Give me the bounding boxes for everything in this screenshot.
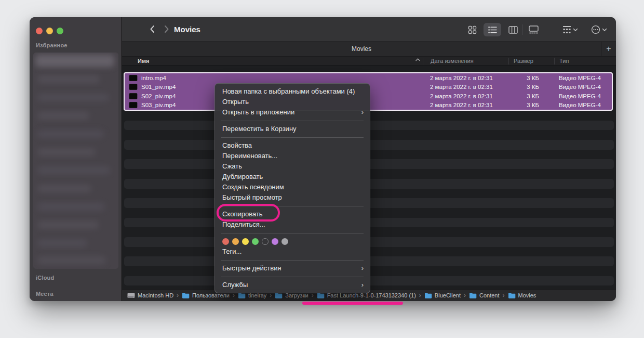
list-view-button[interactable]: [484, 23, 501, 36]
video-file-icon: [129, 93, 137, 99]
minimize-button[interactable]: [46, 28, 53, 34]
file-size: 3 КБ: [504, 84, 539, 90]
breadcrumb-label: Content: [479, 292, 500, 298]
menu-item-tags[interactable]: Теги...: [215, 246, 370, 257]
breadcrumb-separator: ›: [419, 292, 421, 298]
grid-view-icon: [468, 25, 477, 34]
list-view-icon: [488, 26, 497, 34]
more-actions-button[interactable]: [587, 23, 611, 36]
menu-item-label: Службы: [222, 281, 248, 289]
file-date: 2 марта 2022 г. в 02:31: [430, 75, 493, 81]
breadcrumb-separator: ›: [464, 292, 466, 298]
tag-color-row: [215, 236, 370, 246]
breadcrumb-macintosh-hd[interactable]: Macintosh HD: [127, 292, 173, 298]
submenu-arrow-icon: ›: [361, 107, 364, 118]
menu-item-move-to-trash[interactable]: Переместить в Корзину: [215, 124, 370, 134]
column-header-name[interactable]: Имя: [138, 58, 149, 64]
chevron-down-icon: [573, 28, 578, 32]
close-button[interactable]: [36, 28, 43, 34]
file-size: 3 КБ: [504, 102, 539, 108]
file-date: 2 марта 2022 г. в 02:31: [430, 93, 493, 99]
menu-divider: [221, 137, 364, 138]
menu-divider: [221, 260, 364, 261]
video-file-icon: [129, 84, 137, 90]
menu-item-open[interactable]: Открыть: [215, 97, 370, 107]
file-name: S03_piv.mp4: [141, 102, 176, 108]
file-type: Видео MPEG-4: [559, 75, 601, 81]
file-date: 2 марта 2022 г. в 02:31: [430, 102, 493, 108]
menu-divider: [221, 277, 364, 277]
breadcrumb-content[interactable]: Content: [469, 292, 500, 298]
tag-dot[interactable]: [232, 238, 239, 245]
column-header-row: Имя Дата изменения Размер Тип: [122, 57, 616, 66]
file-name: intro.mp4: [141, 75, 166, 81]
menu-item-compress[interactable]: Сжать: [215, 161, 370, 172]
file-type: Видео MPEG-4: [559, 84, 601, 90]
menu-divider: [221, 121, 364, 121]
sidebar-section-favorites: Избранное: [36, 42, 68, 48]
tag-dot[interactable]: [252, 238, 259, 245]
tag-dot[interactable]: [272, 238, 278, 245]
tag-dot[interactable]: [242, 238, 249, 245]
breadcrumb-label: Macintosh HD: [138, 292, 173, 298]
breadcrumb-blueclient[interactable]: BlueClient: [424, 292, 461, 298]
sidebar: Избранное iCloud Места: [30, 17, 122, 301]
file-date: 2 марта 2022 г. в 02:31: [430, 84, 493, 90]
menu-item-duplicate[interactable]: Дублировать: [215, 172, 370, 182]
back-button[interactable]: [148, 24, 157, 34]
gallery-view-icon: [529, 25, 539, 34]
hard-disk-icon: [127, 292, 135, 298]
menu-item-open-with[interactable]: Открыть в приложении›: [215, 107, 370, 118]
annotation-underline-fast-launch: [302, 302, 403, 305]
folder-icon: [508, 292, 516, 298]
group-by-icon: [562, 25, 571, 34]
file-type: Видео MPEG-4: [559, 93, 601, 99]
column-header-size[interactable]: Размер: [514, 58, 533, 64]
finder-window: Избранное iCloud Места Mo: [30, 17, 616, 301]
column-header-date[interactable]: Дата изменения: [431, 58, 474, 64]
menu-item-new-folder-with-selection[interactable]: Новая папка с выбранными объектами (4): [215, 86, 370, 97]
menu-item-get-info[interactable]: Свойства: [215, 140, 370, 151]
breadcrumb-label: BlueClient: [435, 292, 461, 298]
chevron-down-icon: [602, 28, 607, 32]
gallery-view-button[interactable]: [525, 23, 542, 36]
tag-dot[interactable]: [222, 238, 229, 245]
column-header-type[interactable]: Тип: [559, 58, 569, 64]
menu-item-label: Быстрые действия: [222, 264, 281, 272]
tab-bar: Movies +: [122, 42, 616, 57]
tag-dot[interactable]: [262, 238, 269, 245]
breadcrumb-separator: ›: [503, 292, 505, 298]
file-name: S01_piv.mp4: [141, 84, 176, 90]
menu-item-quick-actions[interactable]: Быстрые действия›: [215, 263, 370, 274]
breadcrumb-separator: ›: [177, 292, 179, 298]
new-tab-button[interactable]: +: [601, 42, 616, 56]
sidebar-section-places: Места: [36, 291, 53, 297]
column-view-button[interactable]: [504, 23, 522, 36]
menu-item-make-alias[interactable]: Создать псевдоним: [215, 182, 370, 192]
chevron-right-icon: [165, 26, 168, 32]
folder-icon: [182, 292, 190, 298]
group-by-button[interactable]: [558, 23, 582, 36]
submenu-arrow-icon: ›: [361, 280, 364, 290]
chevron-left-icon: [151, 26, 154, 32]
menu-item-services[interactable]: Службы›: [215, 280, 370, 290]
file-type: Видео MPEG-4: [559, 102, 601, 108]
forward-button[interactable]: [162, 24, 171, 34]
menu-item-quick-look[interactable]: Быстрый просмотр: [215, 192, 370, 203]
sidebar-blurred-items: [33, 53, 118, 269]
tab-movies[interactable]: Movies: [122, 42, 601, 56]
breadcrumb-movies[interactable]: Movies: [508, 292, 536, 298]
file-row[interactable]: intro.mp4 2 марта 2022 г. в 02:31 3 КБ В…: [125, 73, 612, 83]
tag-dot[interactable]: [281, 238, 288, 245]
icon-view-button[interactable]: [463, 23, 481, 36]
video-file-icon: [129, 75, 137, 81]
zoom-button[interactable]: [57, 28, 63, 34]
menu-divider: [221, 233, 364, 233]
annotation-circle-copy: [217, 204, 280, 222]
menu-item-rename[interactable]: Переименовать...: [215, 151, 370, 161]
folder-icon: [424, 292, 432, 298]
window-title: Movies: [174, 25, 200, 34]
video-file-icon: [129, 102, 137, 108]
toolbar: Movies: [122, 17, 616, 42]
submenu-arrow-icon: ›: [361, 263, 364, 274]
